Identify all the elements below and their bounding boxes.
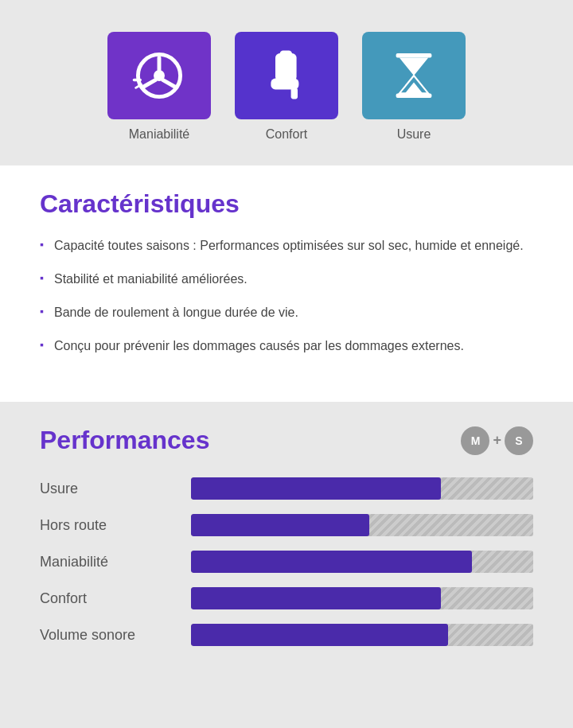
usure-label: Usure — [397, 127, 431, 142]
performances-header: Performances M + S — [40, 426, 533, 455]
usure-icon-box — [362, 32, 466, 119]
perf-bar-fill-4 — [191, 624, 448, 646]
perf-bar-container-4 — [191, 624, 533, 646]
seat-icon — [259, 48, 314, 103]
svg-rect-9 — [291, 88, 298, 99]
perf-label-1: Hors route — [40, 517, 191, 534]
perf-bar-container-0 — [191, 477, 533, 500]
caracteristiques-section: Caractéristiques Capacité toutes saisons… — [0, 165, 573, 402]
perf-label-3: Confort — [40, 590, 191, 607]
perf-row-confort: Confort — [40, 587, 533, 609]
performances-section: Performances M + S UsureHors routeManiab… — [0, 402, 573, 700]
bullet-item-1: Capacité toutes saisons : Performances o… — [40, 236, 533, 255]
perf-badge: M + S — [461, 426, 533, 455]
caracteristiques-list: Capacité toutes saisons : Performances o… — [40, 236, 533, 356]
icon-item-confort: Confort — [235, 32, 338, 142]
bullet-item-3: Bande de roulement à longue durée de vie… — [40, 303, 533, 322]
perf-bar-fill-3 — [191, 587, 441, 609]
badge-s: S — [505, 426, 533, 455]
svg-line-3 — [143, 80, 155, 87]
svg-rect-11 — [396, 53, 432, 58]
perf-bar-container-1 — [191, 514, 533, 536]
perf-row-maniabilité: Maniabilité — [40, 551, 533, 573]
steering-icon — [131, 48, 187, 103]
icon-item-usure: Usure — [362, 32, 466, 142]
maniabilite-icon-box — [107, 32, 211, 119]
perf-bar-fill-0 — [191, 477, 441, 500]
perf-label-2: Maniabilité — [40, 554, 191, 570]
bullet-item-2: Stabilité et maniabilité améliorées. — [40, 270, 533, 289]
perf-row-volume-sonore: Volume sonore — [40, 624, 533, 646]
confort-label: Confort — [266, 127, 307, 142]
perf-bar-container-2 — [191, 551, 533, 573]
badge-plus: + — [493, 432, 501, 449]
badge-m: M — [461, 426, 489, 455]
perf-row-usure: Usure — [40, 477, 533, 500]
svg-line-4 — [163, 80, 175, 87]
svg-rect-10 — [280, 51, 292, 60]
maniabilite-label: Maniabilité — [129, 127, 189, 142]
bullet-item-4: Conçu pour prévenir les dommages causés … — [40, 337, 533, 356]
perf-bar-fill-1 — [191, 514, 369, 536]
perf-bar-fill-2 — [191, 551, 472, 573]
caracteristiques-title: Caractéristiques — [40, 189, 533, 219]
perf-rows-container: UsureHors routeManiabilitéConfortVolume … — [40, 477, 533, 646]
performances-title: Performances — [40, 426, 209, 455]
perf-label-0: Usure — [40, 481, 191, 497]
confort-icon-box — [235, 32, 338, 119]
hourglass-icon — [386, 48, 442, 103]
icons-section: Maniabilité Confort — [0, 0, 573, 165]
perf-bar-container-3 — [191, 587, 533, 609]
icon-item-maniabilite: Maniabilité — [107, 32, 211, 142]
perf-label-4: Volume sonore — [40, 627, 191, 644]
perf-row-hors-route: Hors route — [40, 514, 533, 536]
